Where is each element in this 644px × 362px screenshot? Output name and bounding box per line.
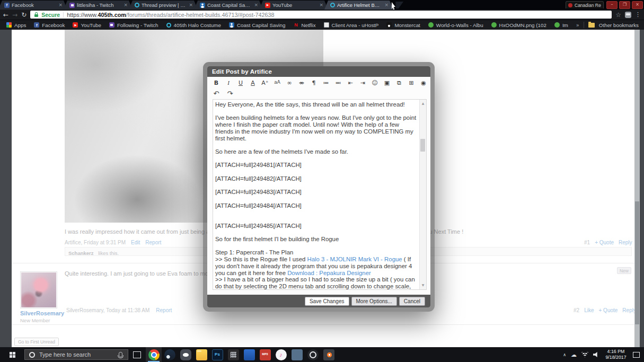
insert-link-icon[interactable]: ∞	[286, 80, 293, 86]
browser-tab[interactable]: littlesiha - Twitch×	[64, 1, 133, 10]
editor-link[interactable]: Download : Pepakura Designer	[287, 270, 371, 276]
tab-close-icon[interactable]: ×	[189, 3, 193, 7]
post-editor[interactable]: Hey Everyone, As the title says, this th…	[213, 99, 427, 290]
unordered-list-icon[interactable]: ≔	[322, 80, 330, 86]
edit-link[interactable]: Edit	[131, 240, 140, 245]
reload-button[interactable]: ↻	[21, 12, 27, 18]
tray-chevron-icon[interactable]: ∧	[563, 352, 566, 357]
taskbar-blender-button[interactable]	[321, 347, 337, 362]
like-link[interactable]: Like	[584, 307, 594, 313]
font-size-icon[interactable]: A⁺	[261, 80, 269, 86]
taskbar-mp3-player-button[interactable]: MP3	[257, 347, 273, 362]
taskbar-blue-app-button[interactable]	[241, 347, 257, 362]
bookmarks-overflow-chevron[interactable]: »	[576, 22, 579, 28]
browser-tab[interactable]: YouTube×	[259, 1, 328, 10]
browser-tab[interactable]: Artifice Helmet Build's |×	[324, 1, 393, 10]
tab-close-icon[interactable]: ×	[319, 3, 323, 7]
taskbar-obs-button[interactable]	[305, 347, 321, 362]
outdent-icon[interactable]: ⇤	[347, 80, 354, 86]
task-view-button[interactable]	[133, 351, 141, 358]
report-link[interactable]: Report	[145, 240, 161, 245]
background-window-tab[interactable]: Canadian Regim...	[566, 1, 604, 8]
taskbar-discord-button[interactable]	[178, 347, 193, 362]
browser-menu-icon[interactable]: ⋮	[635, 11, 641, 18]
scroll-down-icon[interactable]: ▼	[420, 282, 426, 289]
bookmark-item[interactable]: Facebook	[34, 22, 65, 28]
bookmark-item[interactable]: Imgur: The most awe	[554, 22, 568, 28]
bookmark-item[interactable]: Netflix	[293, 22, 315, 28]
browser-tab[interactable]: Thread preview | Halo Co×	[129, 1, 198, 10]
other-bookmarks-button[interactable]: Other bookmarks	[599, 22, 639, 28]
bold-icon[interactable]: B	[213, 80, 220, 86]
speaker-icon[interactable]	[593, 352, 599, 357]
taskbar-file-explorer-button[interactable]	[193, 347, 209, 362]
report-link[interactable]: Report	[156, 307, 172, 313]
taskbar-calculator-button[interactable]	[225, 347, 241, 362]
back-button[interactable]: ←	[3, 12, 8, 18]
bookmark-star-icon[interactable]: ☆	[615, 11, 621, 19]
quote-link[interactable]: + Quote	[595, 240, 614, 245]
unlink-icon[interactable]: ∞	[298, 80, 305, 86]
tab-close-icon[interactable]: ×	[123, 3, 128, 7]
taskbar-steam-button[interactable]	[162, 347, 178, 362]
tab-close-icon[interactable]: ×	[254, 3, 258, 7]
taskbar-search-input[interactable]: Type here to search	[24, 349, 128, 360]
underline-icon[interactable]: U	[237, 80, 244, 86]
editor-scrollbar[interactable]: ▲ ▼	[419, 100, 426, 289]
gallery-icon[interactable]: ⊞	[408, 80, 415, 86]
taskbar-chrome-button[interactable]	[146, 347, 162, 362]
bookmark-item[interactable]: Client Area - uHostP	[324, 22, 379, 28]
editor-scrollbar-thumb[interactable]	[420, 139, 425, 152]
onedrive-cloud-icon[interactable]: ☁	[571, 352, 577, 358]
font-family-icon[interactable]: aA	[274, 80, 281, 86]
bookmark-item[interactable]: Apps	[6, 22, 26, 28]
image-icon[interactable]: ▣	[383, 80, 391, 86]
taskbar-clock[interactable]: 4:16 PM 9/18/2017	[604, 349, 628, 361]
taskbar-music-player-button[interactable]: ♪	[273, 347, 289, 362]
smilies-icon[interactable]: ☺	[371, 80, 378, 86]
page-scrollbar-thumb[interactable]	[635, 201, 639, 324]
alignment-icon[interactable]: ¶	[310, 80, 317, 86]
bookmark-item[interactable]: 405th Halo Costume	[166, 22, 221, 28]
browser-tab[interactable]: Facebook×	[0, 1, 67, 10]
page-scrollbar[interactable]	[634, 30, 640, 347]
bookmark-item[interactable]: YouTube	[73, 22, 101, 28]
microphone-icon[interactable]	[119, 352, 122, 357]
quote-link[interactable]: + Quote	[598, 307, 617, 313]
taskbar-slate-app-button[interactable]	[289, 347, 305, 362]
go-to-first-unread-button[interactable]: Go to First Unread	[14, 338, 59, 346]
author-link[interactable]: SilverRosemary	[20, 310, 64, 316]
wifi-icon[interactable]	[581, 352, 588, 357]
start-button[interactable]	[0, 347, 24, 362]
browser-tab[interactable]: Coast Capital Savings×	[194, 1, 263, 10]
action-center-icon[interactable]	[633, 352, 640, 358]
text-color-icon[interactable]: A	[249, 80, 257, 86]
bookmark-item[interactable]: Coast Capital Saving	[229, 22, 286, 28]
tab-close-icon[interactable]: ×	[384, 3, 389, 7]
camera-icon[interactable]: ◉	[420, 80, 427, 86]
undo-icon[interactable]: ↶	[213, 90, 220, 97]
bookmark-item[interactable]: Following - Twitch	[109, 22, 158, 28]
reply-link[interactable]: Reply	[619, 240, 632, 245]
italic-icon[interactable]: I	[225, 80, 232, 86]
extension-icon[interactable]	[625, 12, 631, 18]
redo-icon[interactable]: ↷	[226, 90, 234, 97]
new-tab-button[interactable]	[393, 2, 403, 8]
close-button[interactable]: ×	[632, 1, 643, 9]
tab-close-icon[interactable]: ×	[58, 3, 63, 7]
taskbar-photoshop-button[interactable]: Ps	[209, 347, 225, 362]
indent-icon[interactable]: ⇥	[359, 80, 366, 86]
minimize-button[interactable]: –	[606, 1, 617, 9]
avatar[interactable]	[20, 271, 57, 308]
save-changes-button[interactable]: Save Changes	[305, 297, 349, 306]
cancel-button[interactable]: Cancel	[399, 297, 425, 306]
editor-link[interactable]: Halo 3 - MJOLNIR Mark VI - Rogue	[307, 256, 402, 262]
bookmark-item[interactable]: Monstercat	[386, 22, 420, 28]
scroll-up-icon[interactable]: ▲	[420, 100, 426, 107]
more-options-button[interactable]: More Options...	[351, 297, 397, 306]
address-bar[interactable]: Secure https://www.405th.com/forums/thre…	[30, 11, 612, 19]
restore-button[interactable]: ❐	[619, 1, 630, 9]
bookmark-item[interactable]: World-o-Walls - Albu	[428, 22, 483, 28]
bookmark-item[interactable]: HxOOdMN.png (102	[491, 22, 546, 28]
media-icon[interactable]: ⧉	[395, 80, 403, 86]
